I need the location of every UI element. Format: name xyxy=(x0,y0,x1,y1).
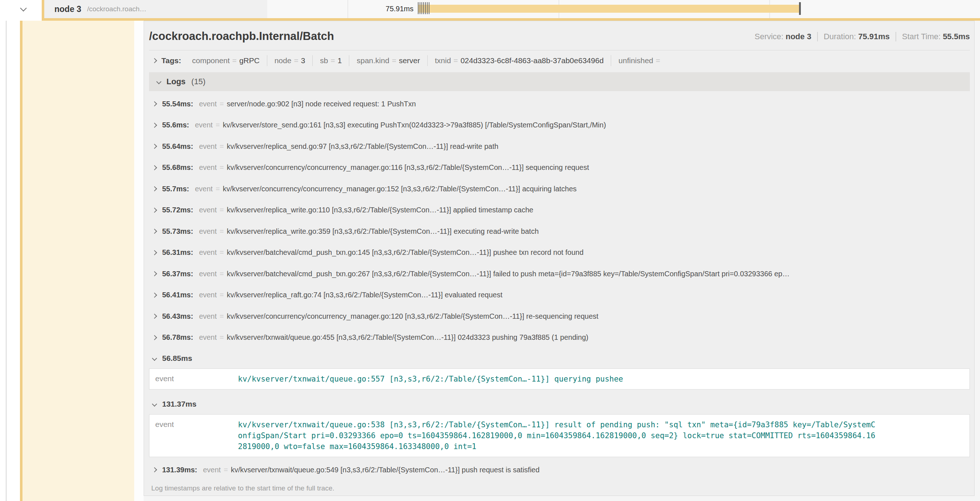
log-entry-row[interactable]: 55.6ms:event=kv/kvserver/store_send.go:1… xyxy=(149,115,970,136)
start-time-label: Start Time:55.5ms xyxy=(902,32,970,41)
tag-item: span.kind=server xyxy=(349,55,428,66)
log-field-key: event xyxy=(155,373,238,383)
tag-item: txnid=024d3323-6c8f-4863-aa8b-37ab0e6349… xyxy=(428,55,611,66)
tags-label: Tags: xyxy=(161,56,181,65)
log-fields-table: eventkv/kvserver/txnwait/queue.go:538 [n… xyxy=(149,414,970,457)
log-field-value: kv/kvserver/concurrency/concurrency_mana… xyxy=(227,163,589,172)
equals-sign: = xyxy=(220,100,224,108)
log-entry-row[interactable]: 55.64ms:event=kv/kvserver/replica_send.g… xyxy=(149,136,970,157)
span-name-cell[interactable]: node 3 /cockroach.roach… xyxy=(42,0,267,18)
log-entry-row[interactable]: 55.7ms:event=kv/kvserver/concurrency/con… xyxy=(149,178,970,199)
log-entry-row[interactable]: 55.73ms:event=kv/kvserver/replica_write.… xyxy=(149,221,970,242)
log-field-key: event xyxy=(195,121,213,129)
trace-timeline-view: node 3 /cockroach.roach… 75.91ms /cockro… xyxy=(0,0,980,501)
span-meta: Service:node 3 Duration:75.91ms Start Ti… xyxy=(754,32,970,41)
span-accent-rule xyxy=(42,18,980,21)
tag-value: 3 xyxy=(301,56,305,65)
log-field-row: eventkv/kvserver/txnwait/queue.go:557 [n… xyxy=(150,369,969,389)
meta-separator xyxy=(817,32,818,41)
detail-row-background xyxy=(22,21,134,501)
log-timestamp: 55.54ms: xyxy=(162,100,193,108)
equals-sign: = xyxy=(220,206,224,214)
span-row: node 3 /cockroach.roach… 75.91ms xyxy=(0,0,980,21)
chevron-right-icon xyxy=(152,467,157,472)
log-timestamp: 56.43ms: xyxy=(162,312,193,321)
log-field-key: event xyxy=(199,163,217,172)
log-timestamp: 55.68ms: xyxy=(162,163,193,172)
header-divider xyxy=(149,50,970,51)
log-entry-header[interactable]: 131.37ms xyxy=(149,394,970,414)
equals-sign: = xyxy=(220,248,224,257)
tag-key: node xyxy=(275,56,292,65)
log-marker-tick xyxy=(423,2,424,14)
chevron-right-icon xyxy=(152,250,157,255)
tags-toggle-row[interactable]: Tags: component=gRPCnode=3sb=1span.kind=… xyxy=(149,55,970,66)
log-field-value: kv/kvserver/txnwait/queue.go:549 [n3,s3,… xyxy=(231,466,539,474)
log-field-value: kv/kvserver/txnwait/queue.go:538 [n3,s3,… xyxy=(238,419,876,452)
equals-sign: = xyxy=(220,227,224,236)
equals-sign: = xyxy=(392,56,396,65)
log-field-value: kv/kvserver/concurrency/concurrency_mana… xyxy=(227,312,598,321)
span-bar[interactable] xyxy=(418,5,800,13)
log-entry-expanded: 131.37mseventkv/kvserver/txnwait/queue.g… xyxy=(149,394,970,457)
log-field-value: kv/kvserver/concurrency/concurrency_mana… xyxy=(223,185,577,193)
logs-label: Logs xyxy=(167,77,186,86)
log-entry-row[interactable]: 56.78ms:event=kv/kvserver/txnwait/queue.… xyxy=(149,327,970,348)
log-field-value: kv/kvserver/batcheval/cmd_push_txn.go:14… xyxy=(227,248,584,257)
equals-sign: = xyxy=(220,142,224,151)
chevron-right-icon xyxy=(152,123,157,128)
spacer xyxy=(149,389,970,394)
equals-sign: = xyxy=(294,56,298,65)
tag-item: component=gRPC xyxy=(185,55,267,66)
service-value: node 3 xyxy=(786,32,811,41)
tag-key: component xyxy=(192,56,229,65)
equals-sign: = xyxy=(220,291,224,299)
span-operation-name: /cockroach.roach… xyxy=(87,5,146,13)
chevron-down-icon xyxy=(152,356,157,361)
log-field-row: eventkv/kvserver/txnwait/queue.go:538 [n… xyxy=(150,415,969,457)
log-marker-tick xyxy=(420,2,420,14)
logs-toggle-header[interactable]: Logs (15) xyxy=(149,72,970,91)
equals-sign: = xyxy=(220,333,224,341)
chevron-down-icon xyxy=(152,402,157,407)
tag-value: 1 xyxy=(338,56,342,65)
panel-resize-divider[interactable] xyxy=(6,0,6,501)
equals-sign: = xyxy=(220,312,224,321)
log-field-key: event xyxy=(199,206,217,214)
log-field-key: event xyxy=(195,185,213,193)
log-marker-tick xyxy=(429,2,430,14)
log-field-value: kv/kvserver/store_send.go:161 [n3,s3] ex… xyxy=(223,121,606,129)
log-field-key: event xyxy=(199,142,217,151)
duration-label: Duration:75.91ms xyxy=(824,32,890,41)
chevron-right-icon xyxy=(152,165,157,170)
log-entry-row[interactable]: 56.37ms:event=kv/kvserver/batcheval/cmd_… xyxy=(149,263,970,285)
log-field-value: kv/kvserver/batcheval/cmd_push_txn.go:26… xyxy=(227,270,789,278)
log-entry-row[interactable]: 55.72ms:event=kv/kvserver/replica_write.… xyxy=(149,199,970,221)
start-time-value: 55.5ms xyxy=(943,32,970,41)
log-list: 55.54ms:event=server/node.go:902 [n3] no… xyxy=(149,93,970,481)
tag-key: span.kind xyxy=(356,56,389,65)
chevron-down-icon[interactable] xyxy=(20,5,27,11)
log-entry-header[interactable]: 56.85ms xyxy=(149,348,970,369)
duration-value: 75.91ms xyxy=(858,32,890,41)
log-entry-row[interactable]: 56.41ms:event=kv/kvserver/replica_raft.g… xyxy=(149,285,970,306)
log-timestamp: 56.37ms: xyxy=(162,270,193,278)
log-timestamp: 56.78ms: xyxy=(162,333,193,341)
log-entry-row[interactable]: 55.54ms:event=server/node.go:902 [n3] no… xyxy=(149,93,970,115)
span-detail-panel: /cockroach.roachpb.Internal/Batch Servic… xyxy=(144,21,975,496)
log-entry-row[interactable]: 55.68ms:event=kv/kvserver/concurrency/co… xyxy=(149,157,970,179)
equals-sign: = xyxy=(220,163,224,172)
meta-separator xyxy=(896,32,896,41)
equals-sign: = xyxy=(656,56,660,65)
log-marker-tick xyxy=(425,2,426,14)
log-field-key: event xyxy=(155,419,238,429)
equals-sign: = xyxy=(331,56,335,65)
log-field-value: kv/kvserver/replica_write.go:110 [n3,s3,… xyxy=(227,206,533,214)
log-timestamp: 131.37ms xyxy=(162,400,197,408)
log-timestamp: 56.85ms xyxy=(162,354,192,363)
log-entry-row[interactable]: 56.31ms:event=kv/kvserver/batcheval/cmd_… xyxy=(149,242,970,263)
tag-item: node=3 xyxy=(267,55,313,66)
log-entry-row[interactable]: 56.43ms:event=kv/kvserver/concurrency/co… xyxy=(149,306,970,327)
log-entry-row[interactable]: 131.39ms:event=kv/kvserver/txnwait/queue… xyxy=(149,459,970,481)
log-entry-expanded: 56.85mseventkv/kvserver/txnwait/queue.go… xyxy=(149,348,970,389)
